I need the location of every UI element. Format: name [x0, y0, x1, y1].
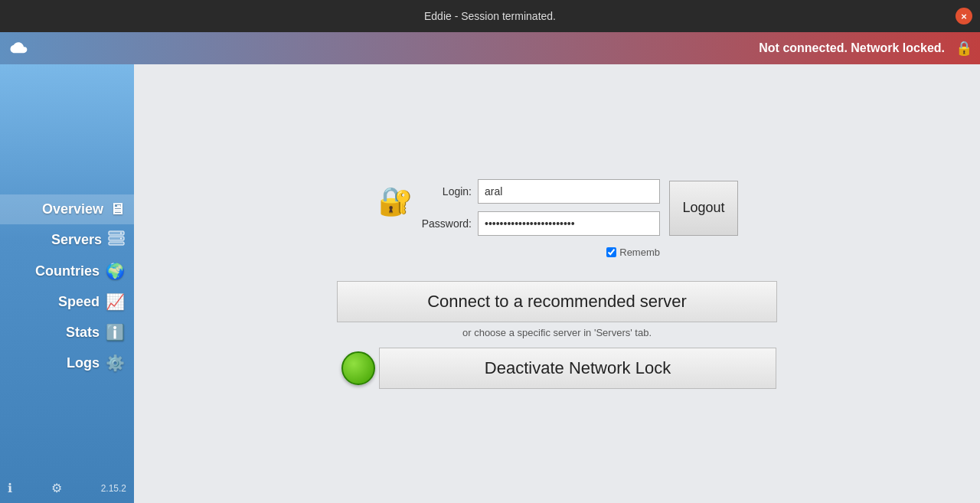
version-label: 2.15.2 [101, 483, 126, 494]
login-label: Login: [414, 185, 472, 198]
info-bottom-icon[interactable]: ℹ [8, 481, 12, 495]
chart-icon: 📈 [106, 292, 125, 311]
title-bar: Eddie - Session terminated. × [0, 0, 980, 32]
network-ball-icon [341, 351, 375, 385]
lock-icon: 🔒 [956, 40, 972, 57]
sidebar-item-countries[interactable]: Countries 🌍 [0, 256, 134, 286]
sidebar-item-speed-label: Speed [58, 294, 100, 310]
status-right: Not connected. Network locked. 🔒 [759, 40, 972, 57]
fields-and-logout: Login: Password: Rememb Logout [414, 179, 738, 258]
remember-row: Rememb [414, 247, 660, 258]
monitor-icon: 🖥 [109, 201, 125, 218]
status-bar: Not connected. Network locked. 🔒 [0, 32, 980, 64]
login-fields: 🔐 Login: Password: [376, 179, 738, 258]
globe-icon: 🌍 [106, 262, 125, 280]
login-input[interactable] [478, 179, 660, 204]
sidebar-item-logs[interactable]: Logs ⚙️ [0, 348, 134, 378]
settings-bottom-icon[interactable]: ⚙ [51, 481, 62, 495]
servers-icon [108, 230, 125, 250]
password-input[interactable] [478, 211, 660, 236]
sidebar-item-overview-label: Overview [42, 201, 103, 217]
servers-svg-icon [108, 230, 125, 246]
network-lock-icon-area [338, 348, 379, 389]
login-form-area: 🔐 Login: Password: [376, 179, 738, 258]
lock-area: 🔐 [376, 185, 414, 217]
content-area: 🔐 Login: Password: [134, 64, 980, 503]
close-button[interactable]: × [956, 8, 972, 24]
svg-rect-2 [109, 242, 124, 245]
login-row: Login: [414, 179, 660, 204]
fields-column: Login: Password: Rememb [414, 179, 660, 258]
login-lock-icon: 🔐 [378, 185, 413, 217]
sidebar-item-logs-label: Logs [67, 355, 100, 371]
info-icon: ℹ️ [106, 323, 125, 341]
sidebar-item-stats-label: Stats [66, 325, 100, 341]
password-row: Password: [414, 211, 660, 236]
window-title: Eddie - Session terminated. [424, 10, 556, 22]
main-layout: Overview 🖥 Servers Countries 🌍 Speed 📈 [0, 64, 980, 503]
logout-button[interactable]: Logout [669, 181, 738, 236]
sidebar-item-speed[interactable]: Speed 📈 [0, 286, 134, 317]
remember-label: Rememb [619, 247, 660, 258]
svg-point-4 [120, 238, 122, 240]
app-logo [8, 38, 29, 59]
sidebar-item-servers[interactable]: Servers [0, 224, 134, 256]
or-text: or choose a specific server in 'Servers'… [462, 327, 652, 338]
sidebar-bottom: ℹ ⚙ 2.15.2 [0, 481, 134, 495]
sidebar-item-servers-label: Servers [51, 232, 102, 248]
status-text: Not connected. Network locked. [759, 41, 945, 55]
sidebar-item-overview[interactable]: Overview 🖥 [0, 194, 134, 224]
buttons-area: Connect to a recommended server or choos… [337, 281, 777, 389]
sidebar-item-stats[interactable]: Stats ℹ️ [0, 317, 134, 348]
connect-recommended-button[interactable]: Connect to a recommended server [337, 281, 777, 322]
sidebar-item-countries-label: Countries [35, 263, 100, 279]
sidebar: Overview 🖥 Servers Countries 🌍 Speed 📈 [0, 64, 134, 503]
deactivate-network-lock-button[interactable]: Deactivate Network Lock [379, 348, 776, 389]
deactivate-row: Deactivate Network Lock [338, 348, 776, 389]
remember-checkbox[interactable] [606, 247, 616, 257]
password-label: Password: [414, 217, 472, 230]
gear-icon: ⚙️ [106, 354, 125, 372]
svg-point-3 [120, 233, 122, 234]
